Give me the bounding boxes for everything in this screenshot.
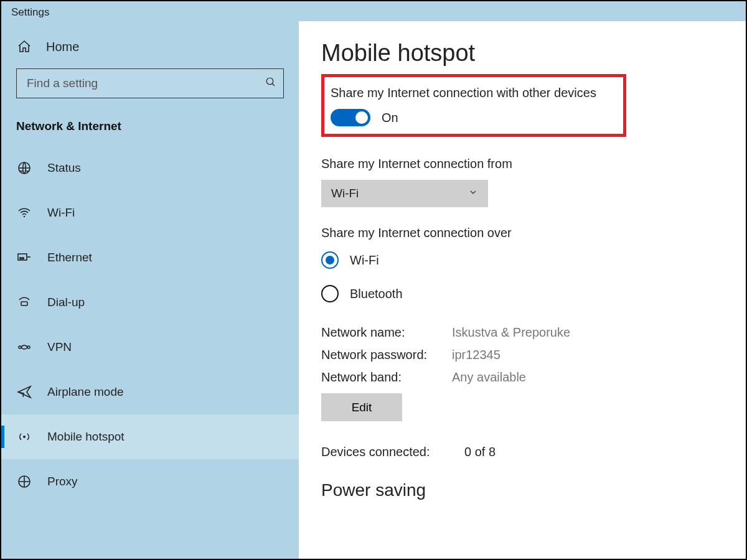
airplane-icon: [16, 384, 32, 400]
sidebar-item-label: Dial-up: [47, 296, 85, 309]
svg-point-0: [266, 78, 273, 85]
radio-bluetooth[interactable]: Bluetooth: [321, 285, 723, 302]
radio-icon: [321, 285, 339, 302]
power-saving-heading: Power saving: [321, 480, 723, 500]
sidebar: Home Network & Internet Status Wi-Fi: [1, 21, 299, 559]
sidebar-item-vpn[interactable]: VPN: [1, 325, 299, 370]
page-title: Mobile hotspot: [321, 40, 723, 67]
svg-rect-5: [22, 258, 24, 259]
share-toggle[interactable]: [331, 109, 370, 126]
wifi-icon: [16, 205, 32, 221]
network-band-value: Any available: [452, 366, 526, 388]
svg-point-7: [19, 346, 21, 348]
ethernet-icon: [16, 250, 32, 266]
share-from-value: Wi-Fi: [331, 187, 359, 200]
radio-wifi[interactable]: Wi-Fi: [321, 251, 723, 269]
share-from-dropdown[interactable]: Wi-Fi: [321, 180, 488, 207]
radio-icon: [321, 251, 339, 269]
sidebar-item-wifi[interactable]: Wi-Fi: [1, 190, 299, 235]
vpn-icon: [16, 339, 32, 355]
sidebar-item-label: Status: [47, 161, 81, 175]
radio-bluetooth-label: Bluetooth: [350, 287, 403, 301]
window-title: Settings: [1, 1, 746, 21]
chevron-down-icon: [468, 187, 478, 200]
radio-wifi-label: Wi-Fi: [350, 253, 379, 268]
share-from-label: Share my Internet connection from: [321, 157, 723, 171]
devices-label: Devices connected:: [321, 445, 464, 459]
share-toggle-label: Share my Internet connection with other …: [331, 86, 617, 100]
share-over-label: Share my Internet connection over: [321, 226, 723, 240]
dialup-icon: [16, 294, 32, 310]
share-toggle-state: On: [382, 111, 398, 125]
edit-button[interactable]: Edit: [321, 393, 402, 421]
sidebar-item-label: VPN: [47, 340, 72, 354]
network-password-label: Network password:: [321, 343, 452, 366]
home-label: Home: [46, 40, 79, 54]
svg-point-9: [23, 436, 26, 438]
home-nav[interactable]: Home: [1, 27, 299, 68]
sidebar-item-hotspot[interactable]: Mobile hotspot: [1, 414, 299, 459]
svg-rect-4: [20, 258, 21, 259]
sidebar-item-label: Wi-Fi: [47, 206, 75, 220]
sidebar-item-dialup[interactable]: Dial-up: [1, 280, 299, 325]
svg-rect-6: [21, 302, 27, 306]
sidebar-item-airplane[interactable]: Airplane mode: [1, 370, 299, 414]
search-box[interactable]: [16, 68, 284, 98]
sidebar-item-status[interactable]: Status: [1, 146, 299, 190]
devices-value: 0 of 8: [464, 445, 496, 459]
network-name-label: Network name:: [321, 321, 452, 343]
highlight-annotation: Share my Internet connection with other …: [321, 74, 626, 137]
svg-point-8: [27, 346, 30, 348]
proxy-icon: [16, 474, 32, 490]
home-icon: [16, 39, 32, 55]
svg-point-2: [24, 216, 25, 217]
sidebar-item-label: Ethernet: [47, 251, 92, 264]
globe-grid-icon: [16, 160, 32, 176]
network-name-value: Iskustva & Preporuke: [452, 321, 570, 343]
search-icon: [258, 77, 283, 90]
sidebar-item-ethernet[interactable]: Ethernet: [1, 235, 299, 280]
network-band-label: Network band:: [321, 366, 452, 388]
hotspot-icon: [16, 429, 32, 445]
content-panel: Mobile hotspot Share my Internet connect…: [299, 21, 746, 559]
sidebar-item-label: Proxy: [47, 475, 78, 488]
category-header: Network & Internet: [1, 112, 299, 146]
sidebar-item-proxy[interactable]: Proxy: [1, 459, 299, 504]
search-input[interactable]: [17, 77, 258, 90]
network-password-value: ipr12345: [452, 343, 500, 366]
sidebar-item-label: Mobile hotspot: [47, 430, 125, 444]
sidebar-item-label: Airplane mode: [47, 385, 124, 399]
